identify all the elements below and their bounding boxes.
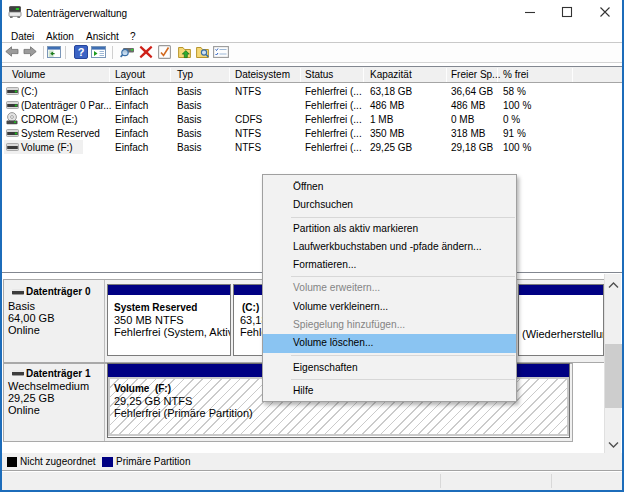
svg-text:?: ? (78, 46, 85, 58)
